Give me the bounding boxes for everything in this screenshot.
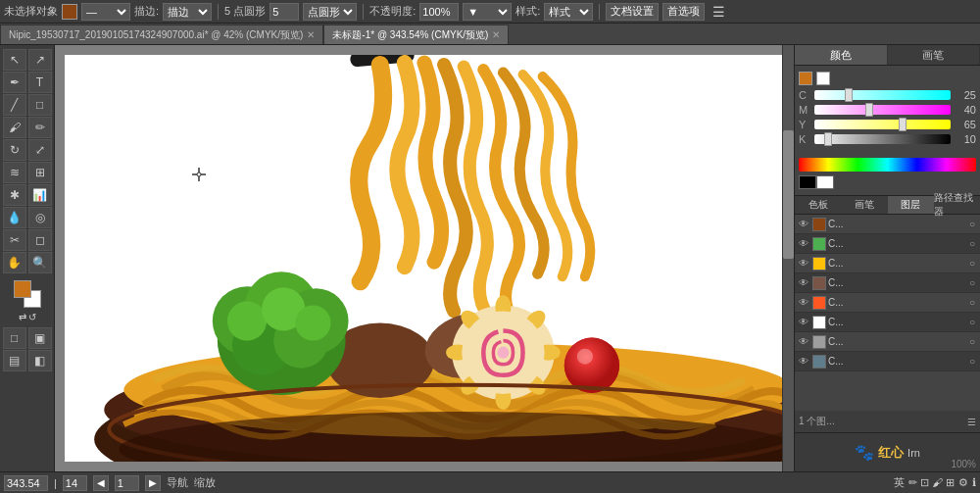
cyan-track[interactable] [814, 90, 951, 100]
layer-row-6[interactable]: 👁 C... ○ [795, 313, 980, 332]
fill-color-preview[interactable] [799, 72, 812, 85]
tab2-close[interactable]: ✕ [492, 29, 500, 40]
layer-row-1[interactable]: 👁 C... ○ [795, 215, 980, 234]
graph-tool[interactable]: 📊 [28, 184, 52, 206]
layer-eye-4[interactable]: 👁 [797, 277, 810, 288]
layer-row-3[interactable]: 👁 C... ○ [795, 254, 980, 273]
prev-page-btn[interactable]: ◀ [93, 475, 109, 491]
magenta-thumb[interactable] [865, 103, 873, 117]
magenta-track[interactable] [814, 105, 951, 115]
foreground-color[interactable] [14, 280, 31, 298]
layer-vis-5[interactable]: ○ [966, 297, 978, 308]
opacity-dropdown[interactable]: ▼ [463, 3, 512, 21]
scale-tool[interactable]: ⤢ [28, 139, 52, 161]
layer-vis-3[interactable]: ○ [966, 258, 978, 269]
opacity-input[interactable] [419, 3, 459, 21]
pencil-tool[interactable]: ✏ [28, 117, 52, 138]
mode-btn2[interactable]: ◧ [28, 350, 52, 371]
layer-vis-4[interactable]: ○ [966, 277, 978, 288]
black-swatch[interactable] [799, 175, 816, 189]
layers-tab[interactable]: 图层 [888, 196, 934, 214]
layer-eye-5[interactable]: 👁 [797, 297, 810, 308]
stroke-color-preview[interactable] [816, 72, 830, 85]
layer-eye-7[interactable]: 👁 [797, 336, 810, 347]
brush-tab[interactable]: 画笔 [888, 45, 981, 65]
layer-row-4[interactable]: 👁 C... ○ [795, 273, 980, 293]
layer-eye-3[interactable]: 👁 [797, 258, 810, 269]
pathfinder-tab[interactable]: 路径查找器 [934, 196, 980, 214]
yellow-thumb[interactable] [899, 118, 906, 131]
layer-row-8[interactable]: 👁 C... ○ [795, 352, 980, 371]
zoom-tool[interactable]: 🔍 [28, 252, 52, 273]
tab-file2[interactable]: 未标题-1* @ 343.54% (CMYK/预览) ✕ [323, 25, 509, 44]
style-dropdown[interactable]: 样式 [544, 3, 593, 21]
x-coord-input[interactable] [4, 475, 48, 491]
page-input[interactable] [63, 475, 87, 491]
canvas-area[interactable] [55, 45, 794, 471]
swatches-tab[interactable]: 色板 [795, 196, 841, 214]
tab1-close[interactable]: ✕ [307, 29, 315, 40]
cyan-thumb[interactable] [845, 88, 853, 102]
scroll-thumb[interactable] [783, 130, 794, 259]
layer-eye-1[interactable]: 👁 [797, 219, 810, 229]
layer-vis-1[interactable]: ○ [966, 219, 978, 229]
tool-row-5: ↻ ⤢ [3, 139, 52, 161]
warp-tool[interactable]: ≋ [3, 162, 26, 183]
settings-icon[interactable]: ⚙ [958, 476, 968, 489]
eyedropper-tool[interactable]: 💧 [3, 207, 26, 228]
layer-vis-6[interactable]: ○ [966, 317, 978, 327]
layer-eye-8[interactable]: 👁 [797, 356, 810, 367]
preferences-btn[interactable]: 首选项 [662, 3, 705, 21]
scissors-tool[interactable]: ✂ [3, 229, 26, 251]
stroke-type-dropdown[interactable]: 描边 [163, 3, 212, 21]
pen-tool[interactable]: ✒ [3, 72, 26, 93]
direct-select-tool[interactable]: ↗ [28, 49, 52, 71]
line-tool[interactable]: ╱ [3, 94, 26, 116]
rect-tool[interactable]: □ [28, 94, 52, 116]
layer-row-5[interactable]: 👁 C... ○ [795, 293, 980, 313]
reset-colors-icon[interactable]: ↺ [28, 312, 36, 322]
rotate-tool[interactable]: ↻ [3, 139, 26, 161]
doc-settings-btn[interactable]: 文档设置 [606, 3, 659, 21]
spectrum-bar[interactable] [799, 158, 976, 172]
type-tool[interactable]: T [28, 72, 52, 93]
white-swatch[interactable] [816, 175, 834, 189]
mode-btn1[interactable]: ▤ [3, 350, 26, 371]
page-num-input[interactable] [115, 475, 139, 491]
stroke-dropdown[interactable]: — [81, 3, 130, 21]
brushes-tab[interactable]: 画笔 [841, 196, 887, 214]
layer-row-7[interactable]: 👁 C... ○ [795, 332, 980, 352]
hand-tool[interactable]: ✋ [3, 252, 26, 273]
layer-vis-8[interactable]: ○ [966, 356, 978, 367]
color-boxes[interactable] [14, 280, 41, 308]
blend-tool[interactable]: ◎ [28, 207, 52, 228]
select-tool[interactable]: ↖ [3, 49, 26, 71]
info-icon[interactable]: ℹ [972, 476, 976, 489]
eraser-tool[interactable]: ◻ [28, 229, 52, 251]
black-thumb[interactable] [824, 132, 832, 146]
color-tab[interactable]: 颜色 [795, 45, 888, 65]
layer-vis-7[interactable]: ○ [966, 336, 978, 347]
free-transform-tool[interactable]: ⊞ [28, 162, 52, 183]
layer-color-8 [812, 355, 826, 369]
points-input[interactable] [270, 3, 299, 21]
layers-menu-icon[interactable]: ☰ [967, 417, 976, 427]
yellow-track[interactable] [814, 120, 951, 129]
black-track[interactable] [814, 134, 951, 144]
paintbrush-tool[interactable]: 🖌 [3, 117, 26, 138]
next-page-btn[interactable]: ▶ [145, 475, 161, 491]
canvas-scrollbar[interactable] [782, 45, 794, 471]
layer-vis-2[interactable]: ○ [966, 238, 978, 249]
full-view[interactable]: ▣ [28, 327, 52, 349]
swap-colors-icon[interactable]: ⇄ [19, 312, 26, 322]
fill-color-swatch[interactable] [62, 4, 77, 20]
normal-view[interactable]: □ [3, 327, 26, 349]
layer-eye-2[interactable]: 👁 [797, 238, 810, 249]
symbol-tool[interactable]: ✱ [3, 184, 26, 206]
layer-eye-6[interactable]: 👁 [797, 317, 810, 327]
menu-icon[interactable]: ☰ [712, 4, 725, 20]
tab-file1[interactable]: Nipic_19530717_20190105174324907000.ai* … [0, 25, 323, 44]
swatches-label: 色板 [808, 198, 828, 212]
layer-row-2[interactable]: 👁 C... ○ [795, 234, 980, 254]
shape-dropdown[interactable]: 点圆形 [303, 3, 357, 21]
